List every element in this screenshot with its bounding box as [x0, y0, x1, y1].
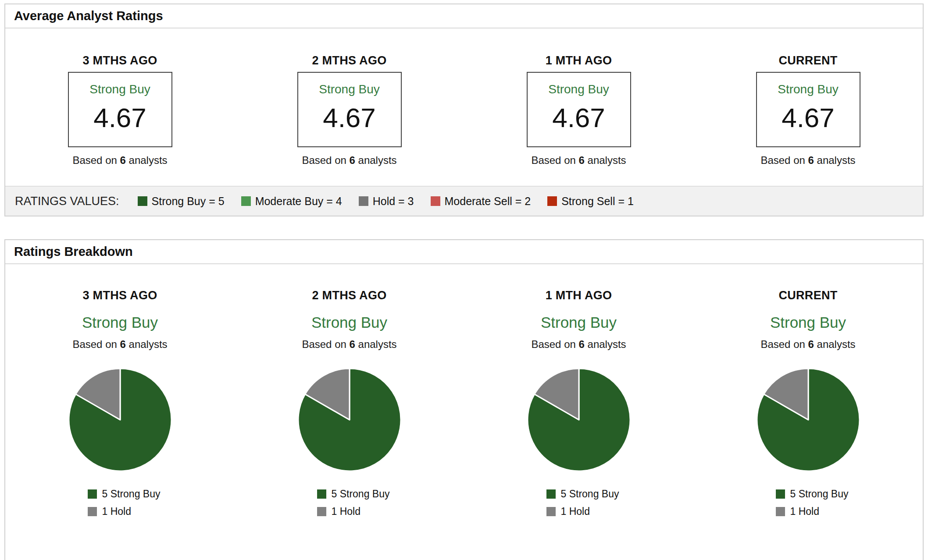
analyst-count: 6 — [350, 154, 355, 166]
rating-score-box: Strong Buy 4.67 — [297, 72, 402, 147]
analyst-count-note: Based on 6 analysts — [531, 154, 626, 167]
rating-label: Strong Buy — [89, 82, 150, 96]
rating-column-current: CURRENT Strong Buy 4.67 Based on 6 analy… — [693, 54, 923, 167]
pie-chart — [526, 367, 632, 472]
ratings-values-label: RATINGS VALUES: — [15, 195, 119, 208]
period-label: 1 MTH AGO — [546, 289, 612, 302]
analyst-count-note: Based on 6 analysts — [72, 338, 167, 351]
pie-legend-item: 5 Strong Buy — [546, 488, 632, 500]
pie-chart — [68, 367, 173, 472]
pie-legend: 5 Strong Buy 1 Hold — [756, 488, 861, 517]
rating-column-1mth: 1 MTH AGO Strong Buy 4.67 Based on 6 ana… — [464, 54, 693, 167]
pie-legend-item: 1 Hold — [317, 506, 402, 517]
breakdown-column-current: CURRENT Strong Buy Based on 6 analysts 5… — [693, 289, 923, 517]
legend-color-swatch — [317, 489, 326, 499]
legend-color-swatch — [317, 507, 326, 516]
rating-label: Strong Buy — [541, 314, 617, 331]
analyst-count-note: Based on 6 analysts — [302, 338, 396, 351]
legend-color-swatch — [776, 489, 785, 499]
ratings-breakdown-panel: Ratings Breakdown 3 MTHS AGO Strong Buy … — [4, 239, 924, 560]
rating-label: Strong Buy — [311, 314, 387, 331]
period-label: 2 MTHS AGO — [312, 54, 386, 67]
breakdown-column-1mth: 1 MTH AGO Strong Buy Based on 6 analysts… — [464, 289, 693, 517]
period-label: 2 MTHS AGO — [312, 289, 386, 302]
analyst-count-note: Based on 6 analysts — [72, 154, 167, 167]
legend-color-swatch — [546, 489, 556, 499]
rating-score-box: Strong Buy 4.67 — [527, 72, 631, 147]
period-label: CURRENT — [778, 289, 837, 302]
analyst-count-note: Based on 6 analysts — [531, 338, 626, 351]
legend-color-swatch — [138, 196, 147, 206]
rating-value: 4.67 — [782, 104, 835, 131]
analyst-count: 6 — [808, 154, 814, 166]
period-label: 1 MTH AGO — [546, 54, 612, 67]
pie-legend-item: 1 Hold — [88, 506, 173, 517]
section-title: Ratings Breakdown — [14, 245, 133, 259]
period-label: CURRENT — [778, 54, 837, 67]
rating-label: Strong Buy — [82, 314, 158, 331]
rating-label: Strong Buy — [778, 82, 839, 96]
rating-label: Strong Buy — [770, 314, 846, 331]
pie-legend-item: 5 Strong Buy — [88, 488, 173, 500]
legend-item-moderate-sell: Moderate Sell = 2 — [431, 195, 531, 208]
rating-value: 4.67 — [323, 104, 376, 131]
analyst-count: 6 — [579, 154, 585, 166]
legend-item-strong-buy: Strong Buy = 5 — [138, 195, 225, 208]
rating-value: 4.67 — [552, 104, 605, 131]
analyst-count: 6 — [579, 338, 585, 350]
panel-header: Ratings Breakdown — [5, 240, 923, 264]
analyst-count: 6 — [120, 154, 126, 166]
analyst-count-note: Based on 6 analysts — [302, 154, 396, 167]
legend-color-swatch — [776, 507, 785, 516]
legend-color-swatch — [88, 507, 97, 516]
breakdown-column-3mths: 3 MTHS AGO Strong Buy Based on 6 analyst… — [5, 289, 235, 517]
legend-color-swatch — [431, 196, 440, 206]
legend-color-swatch — [546, 507, 556, 516]
ratings-values-bar: RATINGS VALUES: Strong Buy = 5 Moderate … — [5, 186, 923, 216]
pie-legend-item: 1 Hold — [546, 506, 632, 517]
legend-color-swatch — [359, 196, 368, 206]
rating-column-2mths: 2 MTHS AGO Strong Buy 4.67 Based on 6 an… — [235, 54, 464, 167]
legend-color-swatch — [547, 196, 557, 206]
rating-score-box: Strong Buy 4.67 — [68, 72, 172, 147]
analyst-count: 6 — [120, 338, 126, 350]
legend-item-hold: Hold = 3 — [359, 195, 414, 208]
average-ratings-grid: 3 MTHS AGO Strong Buy 4.67 Based on 6 an… — [5, 28, 923, 186]
pie-chart — [756, 367, 861, 472]
legend-item-strong-sell: Strong Sell = 1 — [547, 195, 634, 208]
pie-legend-item: 1 Hold — [776, 506, 861, 517]
analyst-count-note: Based on 6 analysts — [760, 154, 855, 167]
pie-legend-item: 5 Strong Buy — [317, 488, 402, 500]
period-label: 3 MTHS AGO — [82, 289, 157, 302]
page-title: Average Analyst Ratings — [14, 9, 163, 23]
rating-label: Strong Buy — [548, 82, 609, 96]
panel-header: Average Analyst Ratings — [5, 4, 923, 28]
pie-legend-item: 5 Strong Buy — [776, 488, 861, 500]
rating-value: 4.67 — [93, 104, 146, 131]
analyst-count: 6 — [350, 338, 355, 350]
period-label: 3 MTHS AGO — [82, 54, 157, 67]
analyst-count-note: Based on 6 analysts — [760, 338, 855, 351]
pie-legend: 5 Strong Buy 1 Hold — [297, 488, 402, 517]
ratings-breakdown-grid: 3 MTHS AGO Strong Buy Based on 6 analyst… — [5, 264, 923, 560]
rating-column-3mths: 3 MTHS AGO Strong Buy 4.67 Based on 6 an… — [5, 54, 235, 167]
legend-item-moderate-buy: Moderate Buy = 4 — [241, 195, 342, 208]
legend-color-swatch — [241, 196, 251, 206]
pie-chart — [297, 367, 402, 472]
pie-legend: 5 Strong Buy 1 Hold — [526, 488, 632, 517]
legend-color-swatch — [88, 489, 97, 499]
breakdown-column-2mths: 2 MTHS AGO Strong Buy Based on 6 analyst… — [235, 289, 464, 517]
rating-score-box: Strong Buy 4.67 — [756, 72, 860, 147]
analyst-count: 6 — [808, 338, 814, 350]
rating-label: Strong Buy — [319, 82, 380, 96]
average-analyst-ratings-panel: Average Analyst Ratings 3 MTHS AGO Stron… — [4, 4, 924, 216]
pie-legend: 5 Strong Buy 1 Hold — [68, 488, 173, 517]
